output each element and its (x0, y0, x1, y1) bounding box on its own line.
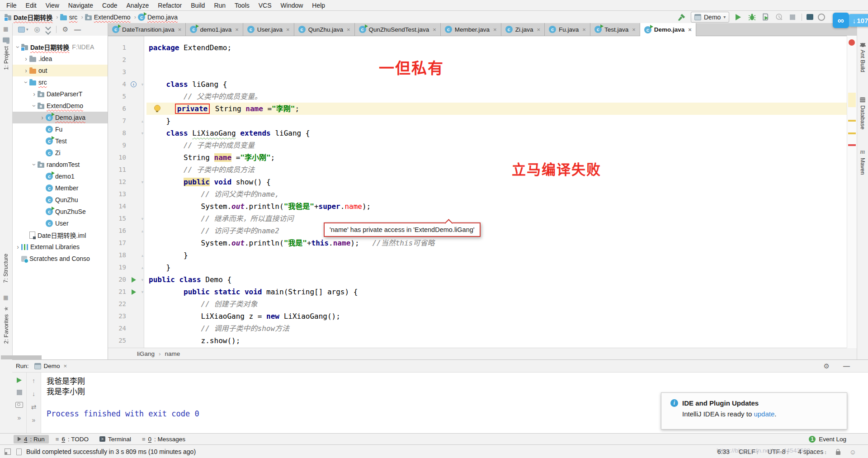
breadcrumb-item[interactable]: ExtendDemo (85, 14, 131, 21)
fold-marker[interactable]: ▿ (138, 78, 146, 90)
menu-item[interactable]: Help (307, 1, 330, 10)
menu-item[interactable]: File (2, 1, 21, 10)
tree-expander-icon[interactable]: › (31, 103, 38, 109)
code-line[interactable]: 20 ▿ public class Demo { (108, 274, 857, 286)
fold-marker[interactable] (138, 90, 146, 103)
menu-item[interactable]: View (41, 1, 64, 10)
rerun-button[interactable] (17, 378, 22, 383)
sidebar-item-database[interactable]: Database (857, 97, 868, 130)
line-number[interactable]: 7 (108, 115, 129, 127)
gear-icon[interactable]: ⚙ (62, 25, 68, 33)
breadcrumb-item[interactable]: Demo.java (138, 14, 178, 21)
locate-file-button[interactable]: ◎ (34, 25, 40, 33)
tree-expander-icon[interactable]: › (23, 67, 29, 74)
grid-icon[interactable]: ▦ (3, 294, 8, 301)
code-line[interactable]: 5 // 父类中的成员变量。 (108, 90, 857, 103)
close-icon[interactable]: × (64, 363, 67, 369)
sidebar-item-structure[interactable]: 7: Structure (3, 254, 9, 283)
fold-marker[interactable]: ▵ (138, 115, 146, 127)
editor-tab[interactable]: Demo.java × (640, 23, 696, 36)
line-number[interactable]: 13 (108, 188, 129, 200)
tree-row[interactable]: Date日期转换.iml (13, 229, 108, 241)
tree-expander-icon[interactable]: › (14, 243, 21, 250)
code-line[interactable]: 25 z.show(); (108, 335, 857, 347)
editor-tab[interactable]: Fu.java × (545, 23, 590, 36)
code-line[interactable]: 19 ▵ } (108, 261, 857, 274)
line-number[interactable]: 21 (108, 286, 129, 298)
line-number[interactable]: 19 (108, 261, 129, 274)
fold-marker[interactable]: ▵ (138, 249, 146, 261)
code-line[interactable]: 6 private String name ="李刚"; (108, 103, 857, 115)
toolwindow-button-run[interactable]: 4: Run (14, 435, 49, 444)
toolwindow-switcher-icon[interactable] (5, 449, 11, 455)
editor-tab[interactable]: DateTransition.java × (108, 23, 186, 36)
hide-panel-button[interactable]: — (74, 26, 81, 33)
tree-row[interactable]: Test (13, 135, 108, 147)
code-line[interactable]: 2 (108, 54, 857, 66)
fold-marker[interactable] (138, 103, 146, 115)
fold-marker[interactable] (138, 54, 146, 66)
toolwindow-button-todo[interactable]: ≡6: TODO (52, 435, 93, 444)
menu-item[interactable]: Navigate (64, 1, 98, 10)
line-number[interactable]: 6 (108, 103, 129, 115)
update-link[interactable]: update (754, 410, 774, 418)
menu-item[interactable]: Refactor (153, 1, 186, 10)
down-arrow-icon[interactable]: ↓ (32, 391, 35, 397)
indent-selector[interactable]: 4 spaces↕ (798, 448, 827, 455)
tree-row[interactable]: › ExtendDemo (13, 100, 108, 112)
tab-close-icon[interactable]: × (286, 26, 290, 33)
tree-row[interactable]: › src (13, 76, 108, 88)
code-line[interactable]: 7 ▵ } (108, 115, 857, 127)
fold-marker[interactable] (138, 66, 146, 78)
line-ending-selector[interactable]: CRLF↕ (739, 448, 759, 455)
tree-row[interactable]: Fu (13, 123, 108, 135)
tree-expander-icon[interactable]: › (23, 55, 29, 62)
fold-marker[interactable] (138, 237, 146, 249)
tree-row[interactable]: User (13, 217, 108, 229)
toolwindow-icon[interactable] (807, 14, 813, 20)
stripe-toggle-icon[interactable]: ▦ (3, 26, 8, 32)
project-panel-scrollbar[interactable] (1, 355, 42, 359)
line-number[interactable]: 12 (108, 176, 129, 188)
menu-item[interactable]: Code (98, 1, 122, 10)
tree-row[interactable]: demo1 (13, 170, 108, 182)
fold-marker[interactable]: ▿ (138, 176, 146, 188)
fold-marker[interactable] (138, 310, 146, 322)
intention-bulb-icon[interactable] (154, 105, 160, 111)
menu-item[interactable]: Analyze (122, 1, 154, 10)
run-line-icon[interactable] (132, 277, 136, 283)
tab-close-icon[interactable]: × (433, 26, 436, 33)
tab-close-icon[interactable]: × (178, 26, 182, 33)
editor-tab[interactable]: Test.java × (590, 23, 640, 36)
tree-row[interactable]: › Demo.java (13, 112, 108, 123)
profiler-button[interactable] (774, 13, 783, 22)
fold-marker[interactable]: ▿ (138, 212, 146, 225)
menu-item[interactable]: Run (209, 1, 230, 10)
run-line-icon[interactable] (132, 289, 136, 295)
tree-row[interactable]: › .idea (13, 53, 108, 65)
line-number[interactable]: 20 (108, 274, 129, 286)
tab-close-icon[interactable]: × (235, 26, 239, 33)
tree-row[interactable]: › randomTest (13, 159, 108, 170)
fold-marker[interactable] (138, 200, 146, 212)
line-number[interactable]: 9 (108, 139, 129, 151)
menu-item[interactable]: Window (276, 1, 308, 10)
menu-item[interactable]: Edit (21, 1, 41, 10)
fold-marker[interactable]: ▵ (138, 261, 146, 274)
line-number[interactable]: 1 (108, 42, 129, 54)
collapse-all-button[interactable] (46, 25, 50, 34)
tab-close-icon[interactable]: × (537, 26, 540, 33)
sidebar-item-favorites[interactable]: 2: Favorites ★ (3, 305, 9, 344)
screenshot-icon[interactable] (15, 402, 23, 408)
editor-tab[interactable]: Member.java × (441, 23, 501, 36)
notification-popup[interactable]: i IDE and Plugin Updates IntelliJ IDEA i… (661, 392, 847, 430)
tree-row[interactable]: › External Libraries (13, 241, 108, 253)
fold-marker[interactable] (138, 298, 146, 310)
breadcrumb-member[interactable]: name (165, 350, 180, 357)
line-number[interactable]: 14 (108, 200, 129, 212)
highlighting-level-icon[interactable]: ☺ (849, 448, 856, 456)
line-number[interactable]: 22 (108, 298, 129, 310)
restore-layout-icon[interactable]: ⇄ (31, 404, 37, 410)
tree-expander-icon[interactable]: › (23, 79, 30, 86)
line-number[interactable]: 11 (108, 164, 129, 176)
